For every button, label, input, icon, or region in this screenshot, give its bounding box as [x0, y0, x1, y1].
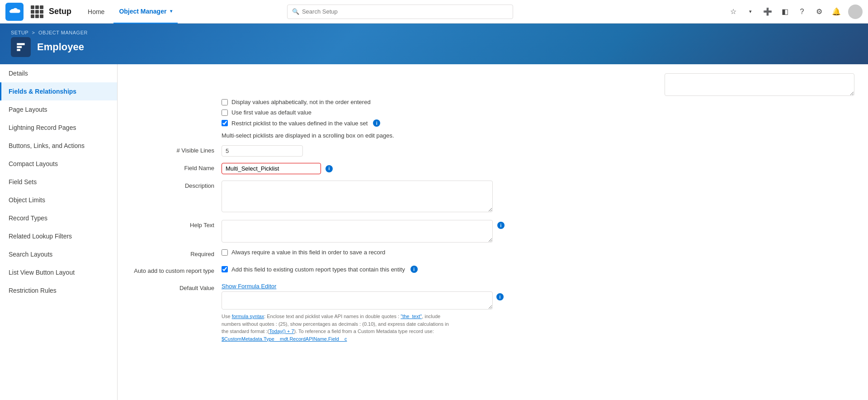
the-text-link[interactable]: "the_text" — [401, 314, 422, 319]
sidebar-item-related-lookup-filters[interactable]: Related Lookup Filters — [0, 227, 117, 245]
restrict-picklist-info-icon[interactable]: i — [373, 119, 380, 127]
display-alphabetically-label: Display values alphabetically, not in th… — [231, 99, 371, 105]
search-bar[interactable]: 🔍 — [287, 5, 513, 19]
sidebar-item-restriction-rules[interactable]: Restriction Rules — [0, 281, 117, 300]
dropdown-icon[interactable]: ▾ — [745, 6, 756, 17]
field-name-row: Field Name i — [131, 163, 854, 174]
content-inner: Display values alphabetically, not in th… — [118, 64, 868, 400]
sidebar-item-list-view-button-layout[interactable]: List View Button Layout — [0, 263, 117, 281]
sidebar-item-page-layouts[interactable]: Page Layouts — [0, 100, 117, 119]
default-value-textarea[interactable] — [222, 291, 493, 310]
header-title-row: Employee — [11, 37, 857, 57]
sidebar-item-object-limits[interactable]: Object Limits — [0, 191, 117, 209]
help-text-control: i — [222, 220, 854, 243]
use-first-value-row: Use first value as default value — [222, 109, 854, 116]
object-icon — [11, 37, 31, 57]
gear-icon[interactable]: ⚙ — [814, 6, 825, 17]
auto-add-report-info-icon[interactable]: i — [410, 266, 418, 273]
restrict-picklist-checkbox[interactable] — [222, 120, 228, 126]
field-name-label: Field Name — [131, 163, 222, 171]
search-icon: 🔍 — [292, 8, 299, 15]
show-formula-editor-link[interactable]: Show Formula Editor — [222, 283, 854, 290]
default-value-info-icon[interactable]: i — [496, 293, 504, 300]
default-value-control: Show Formula Editor i Use formula syntax… — [222, 283, 854, 343]
main-layout: Details Fields & Relationships Page Layo… — [0, 64, 868, 400]
salesforce-logo — [5, 3, 24, 21]
sidebar-item-search-layouts[interactable]: Search Layouts — [0, 245, 117, 263]
avatar[interactable] — [848, 5, 863, 19]
star-icon[interactable]: ☆ — [728, 6, 739, 17]
display-alphabetically-row: Display values alphabetically, not in th… — [222, 99, 854, 105]
description-label: Description — [131, 181, 222, 189]
restrict-picklist-label: Restrict picklist to the values defined … — [231, 120, 368, 127]
visible-lines-input[interactable] — [222, 145, 303, 157]
page-title: Employee — [37, 41, 84, 53]
visible-lines-label: # Visible Lines — [131, 145, 222, 154]
breadcrumb-separator: > — [32, 30, 35, 35]
description-textarea[interactable] — [222, 181, 493, 212]
description-control — [222, 181, 854, 214]
help-icon[interactable]: ? — [797, 6, 807, 17]
today-link[interactable]: Today() + 7 — [269, 329, 294, 334]
bell-icon[interactable]: 🔔 — [831, 6, 842, 17]
visible-lines-row: # Visible Lines — [131, 145, 854, 157]
use-first-value-checkbox[interactable] — [222, 110, 228, 116]
restrict-picklist-row: Restrict picklist to the values defined … — [222, 119, 854, 127]
auto-add-report-checkbox-label: Add this field to existing custom report… — [231, 266, 405, 273]
field-name-input[interactable] — [222, 163, 321, 174]
sidebar-item-fields-relationships[interactable]: Fields & Relationships — [0, 82, 117, 100]
description-row: Description — [131, 181, 854, 214]
visible-lines-control — [222, 145, 854, 157]
nav-icons: ☆ ▾ ➕ ◧ ? ⚙ 🔔 — [728, 5, 863, 19]
top-navigation: Setup Home Object Manager ▾ 🔍 ☆ ▾ ➕ ◧ ? … — [0, 0, 868, 24]
help-text-row: Help Text i — [131, 220, 854, 243]
sidebar-item-compact-layouts[interactable]: Compact Layouts — [0, 155, 117, 173]
required-checkbox[interactable] — [222, 249, 228, 256]
required-label: Required — [131, 249, 222, 257]
default-value-hint: Use formula syntax: Enclose text and pic… — [222, 313, 457, 343]
help-text-textarea[interactable] — [222, 220, 493, 243]
use-first-value-label: Use first value as default value — [231, 109, 311, 116]
required-control: Always require a value in this field in … — [222, 249, 854, 259]
sidebar: Details Fields & Relationships Page Layo… — [0, 64, 118, 400]
breadcrumb: SETUP > OBJECT MANAGER — [11, 30, 857, 35]
add-icon[interactable]: ➕ — [762, 6, 773, 17]
help-text-info-icon[interactable]: i — [497, 222, 505, 229]
field-name-info-icon[interactable]: i — [326, 165, 333, 172]
nav-object-manager[interactable]: Object Manager ▾ — [113, 0, 178, 24]
auto-add-report-row: Auto add to custom report type Add this … — [131, 266, 854, 276]
sidebar-item-lightning-record-pages[interactable]: Lightning Record Pages — [0, 119, 117, 137]
formula-syntax-link[interactable]: formula syntax — [232, 314, 264, 319]
layers-icon[interactable]: ◧ — [779, 6, 790, 17]
auto-add-report-label: Auto add to custom report type — [131, 266, 222, 274]
auto-add-report-checkbox[interactable] — [222, 266, 228, 272]
chevron-down-icon: ▾ — [170, 9, 172, 14]
required-row: Required Always require a value in this … — [131, 249, 854, 259]
custom-metadata-link[interactable]: $CustomMetadata.Type__mdt.RecordAPIName.… — [222, 336, 347, 342]
sidebar-item-record-types[interactable]: Record Types — [0, 209, 117, 227]
default-value-row: Default Value Show Formula Editor i Use … — [131, 283, 854, 343]
breadcrumb-object-manager[interactable]: OBJECT MANAGER — [38, 30, 88, 35]
breadcrumb-setup[interactable]: SETUP — [11, 30, 28, 35]
sidebar-item-details[interactable]: Details — [0, 64, 117, 82]
field-name-control: i — [222, 163, 854, 174]
app-name: Setup — [49, 7, 71, 16]
content-area: Display values alphabetically, not in th… — [118, 64, 868, 400]
auto-add-report-control: Add this field to existing custom report… — [222, 266, 854, 276]
help-text-label: Help Text — [131, 220, 222, 229]
default-value-label: Default Value — [131, 283, 222, 291]
display-alphabetically-checkbox[interactable] — [222, 99, 228, 105]
nav-home[interactable]: Home — [82, 0, 110, 24]
sidebar-item-buttons-links-actions[interactable]: Buttons, Links, and Actions — [0, 137, 117, 155]
required-checkbox-label: Always require a value in this field in … — [231, 249, 385, 256]
sidebar-item-field-sets[interactable]: Field Sets — [0, 173, 117, 191]
multiselect-note: Multi-select picklists are displayed in … — [222, 132, 854, 139]
top-textarea[interactable] — [665, 73, 854, 96]
search-input[interactable] — [302, 8, 508, 15]
app-grid-icon[interactable] — [31, 5, 43, 18]
header-band: SETUP > OBJECT MANAGER Employee — [0, 24, 868, 64]
